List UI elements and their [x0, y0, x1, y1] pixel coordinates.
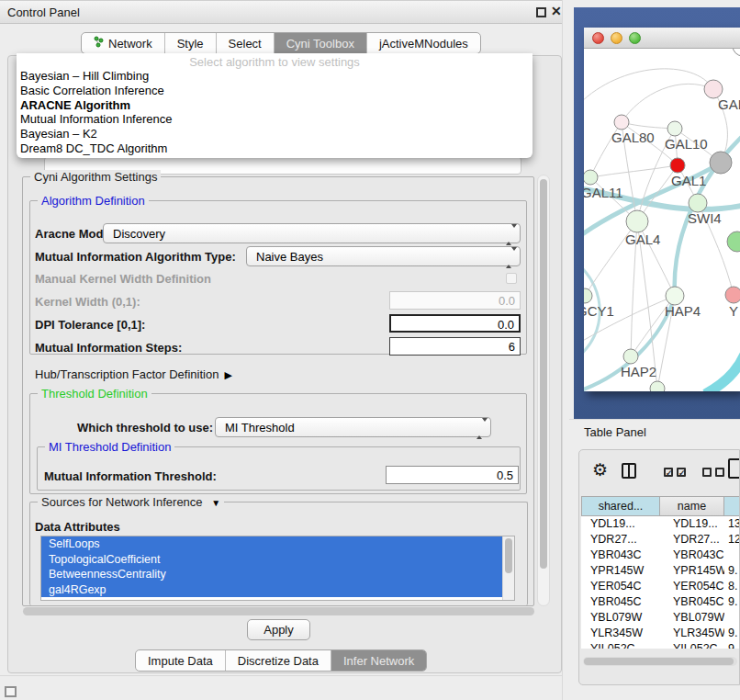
column-layout-icon[interactable]: [622, 463, 636, 479]
network-node-gal11[interactable]: [584, 170, 598, 185]
kernel-width-field[interactable]: 0.0: [389, 291, 521, 310]
table-cell: YDR27...: [660, 532, 724, 548]
apply-button[interactable]: Apply: [247, 619, 310, 640]
network-node-label: Y: [729, 303, 738, 319]
bottom-tab-label: Impute Data: [148, 654, 213, 668]
gear-icon[interactable]: ⚙: [592, 459, 608, 480]
tab-network[interactable]: Network: [82, 33, 164, 53]
table-row[interactable]: YLR345WYLR345W9.: [581, 626, 740, 641]
float-window-icon[interactable]: [536, 7, 546, 17]
which-threshold-label: Which threshold to use:: [77, 421, 213, 435]
mi-steps-field[interactable]: 6: [389, 337, 521, 356]
attribute-list-item[interactable]: TopologicalCoefficient: [41, 552, 502, 568]
checked-box-icon[interactable]: ✓: [664, 468, 673, 477]
network-node-gal1[interactable]: [670, 158, 685, 173]
network-node[interactable]: [733, 49, 740, 56]
table-horizontal-scrollbar[interactable]: [583, 657, 737, 666]
threshold-definition-title: Threshold Definition: [38, 387, 151, 401]
hub-definition-expander[interactable]: Hub/Transcription Factor Definition▶: [35, 367, 232, 381]
algorithm-option[interactable]: Bayesian – Hill Climbing: [17, 69, 533, 84]
table-body: YDL19...YDL19...13YDR27...YDR27...12YBR0…: [581, 516, 740, 649]
network-node-gal10[interactable]: [667, 121, 682, 136]
tab-jactivemnodules[interactable]: jActiveMNodules: [366, 33, 480, 53]
table-row[interactable]: YDR27...YDR27...12: [581, 532, 740, 548]
network-node-gcy1[interactable]: [584, 288, 592, 303]
mi-type-combo[interactable]: Naive Bayes: [246, 246, 521, 266]
minimize-traffic-light-icon[interactable]: [611, 32, 622, 44]
table-column-header[interactable]: shared...: [581, 496, 660, 516]
network-node-gal[interactable]: [704, 80, 723, 98]
attribute-list-item[interactable]: SelfLoops: [41, 536, 502, 552]
attribute-list-scrollbar[interactable]: [502, 536, 514, 600]
mi-threshold-field[interactable]: 0.5: [386, 466, 519, 484]
bottom-tab-infer-network[interactable]: Infer Network: [331, 650, 426, 671]
network-node-y[interactable]: [725, 287, 740, 303]
unchecked-box-icon[interactable]: [702, 468, 712, 477]
table-row[interactable]: YDL19...YDL19...13: [581, 516, 740, 532]
table-cell: YBR045C: [581, 594, 660, 610]
table-cell: YPR145W: [660, 563, 724, 579]
table-row[interactable]: YIL052CYIL052C9: [581, 641, 740, 649]
bottom-tab-label: Discretize Data: [238, 654, 319, 668]
attribute-list-item[interactable]: BetweennessCentrality: [41, 567, 502, 582]
table-cell: 9.: [724, 563, 740, 579]
which-threshold-combo[interactable]: MI Threshold: [215, 417, 491, 437]
network-node-label: HAP4: [665, 303, 701, 319]
aracne-mode-combo[interactable]: Discovery: [103, 223, 521, 243]
close-traffic-light-icon[interactable]: [592, 32, 604, 44]
bottom-tab-impute-data[interactable]: Impute Data: [136, 650, 225, 671]
table-row[interactable]: YPR145WYPR145W9.: [581, 563, 740, 579]
algorithm-option[interactable]: Bayesian – K2: [17, 127, 533, 141]
mi-type-value: Naive Bayes: [256, 250, 323, 264]
network-node-label: GAL4: [625, 231, 660, 247]
table-cell: YLR345W: [581, 626, 660, 641]
network-canvas[interactable]: GALGAL80GAL10GAL1GAL11SWI4GAL4GCY1HAP4YH…: [584, 49, 740, 391]
manual-kernel-checkbox[interactable]: [506, 273, 517, 284]
dock-window-icon[interactable]: [5, 686, 17, 697]
algorithm-option[interactable]: Dream8 DC_TDC Algorithm: [17, 141, 533, 156]
network-node[interactable]: [727, 231, 740, 252]
bottom-tab-discretize-data[interactable]: Discretize Data: [225, 650, 331, 671]
node-table: shared...name YDL19...YDL19...13YDR27...…: [581, 496, 740, 649]
settings-vertical-scrollbar[interactable]: [537, 175, 550, 606]
tab-select[interactable]: Select: [216, 33, 274, 53]
algorithm-option[interactable]: ARACNE Algorithm: [17, 98, 533, 113]
tab-label: jActiveMNodules: [379, 37, 468, 51]
network-window[interactable]: GALGAL80GAL10GAL1GAL11SWI4GAL4GCY1HAP4YH…: [584, 28, 740, 391]
network-node-label: HAP2: [621, 364, 656, 379]
data-attributes-label: Data Attributes: [35, 520, 120, 534]
network-node-gal4[interactable]: [626, 210, 648, 232]
tab-style[interactable]: Style: [164, 33, 216, 53]
expand-down-icon[interactable]: ▼: [211, 498, 220, 508]
table-column-header[interactable]: [724, 496, 740, 516]
unchecked-box-icon[interactable]: [715, 468, 724, 477]
network-node[interactable]: [710, 152, 732, 174]
table-row[interactable]: YER054CYER054C8.: [581, 579, 740, 594]
network-node-hap2[interactable]: [623, 349, 638, 364]
application-root: Control Panel ✕ NetworkStyleSelectCyni T…: [0, 0, 740, 700]
attribute-list-item[interactable]: gal4RGexp: [41, 582, 502, 598]
checked-box-icon[interactable]: ✓: [677, 468, 686, 477]
network-node-swi4[interactable]: [689, 194, 707, 212]
dpi-tolerance-field[interactable]: 0.0: [389, 314, 521, 333]
network-node[interactable]: [650, 381, 665, 391]
table-row[interactable]: YBR043CYBR043C: [581, 548, 740, 563]
data-attributes-list[interactable]: SelfLoopsTopologicalCoefficientBetweenne…: [40, 536, 515, 601]
table-cell: YBR043C: [660, 548, 724, 563]
algorithm-option[interactable]: Basic Correlation Inference: [17, 84, 533, 98]
network-node-hap4[interactable]: [666, 287, 684, 305]
close-icon[interactable]: ✕: [551, 4, 562, 18]
table-row[interactable]: YBR045CYBR045C9.: [581, 594, 740, 610]
table-column-header[interactable]: name: [660, 496, 724, 516]
table-cell: 9.: [724, 594, 740, 610]
tab-cyni-toolbox[interactable]: Cyni Toolbox: [274, 33, 366, 53]
document-icon[interactable]: [728, 458, 740, 479]
hub-definition-label: Hub/Transcription Factor Definition: [35, 367, 219, 381]
table-row[interactable]: YBL079WYBL079W: [581, 610, 740, 626]
panel-splitter[interactable]: [562, 0, 574, 700]
algorithm-option[interactable]: Mutual Information Inference: [17, 112, 533, 127]
zoom-traffic-light-icon[interactable]: [629, 32, 641, 44]
sources-title-text: Sources for Network Inference: [41, 495, 203, 509]
settings-horizontal-scrollbar[interactable]: [23, 607, 534, 615]
network-node-gal80[interactable]: [614, 115, 629, 130]
